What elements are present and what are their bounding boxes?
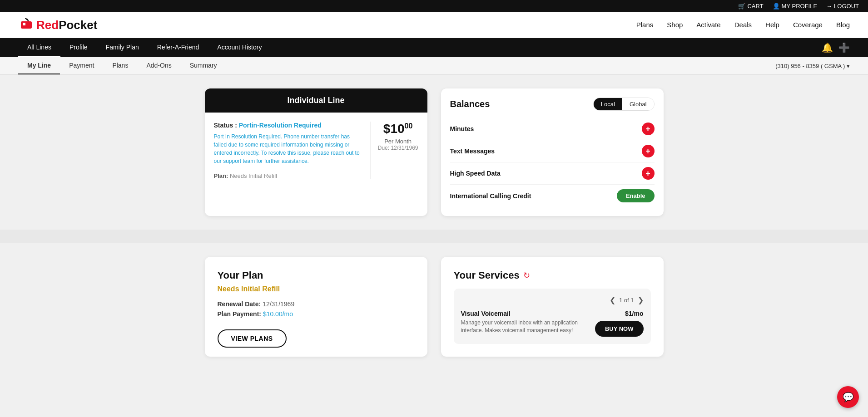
line-card-header: Individual Line (205, 88, 427, 113)
phone-info[interactable]: (310) 956 - 8359 ( GSMA ) ▾ (775, 63, 850, 69)
service-description: Manage your voicemail inbox with an appl… (461, 319, 588, 334)
toggle-global-button[interactable]: Global (622, 98, 654, 110)
plan-name: Needs Initial Refill (218, 285, 415, 293)
renewal-date: Renewal Date: 12/31/1969 (218, 300, 415, 308)
nav-coverage[interactable]: Coverage (793, 21, 823, 29)
minutes-label: Minutes (450, 125, 474, 132)
sub-nav-addons[interactable]: Add-Ons (137, 57, 180, 74)
line-status-section: Status : Portin-Resolution Required Port… (214, 122, 363, 179)
price-display: $1000 (378, 122, 418, 136)
logout-link[interactable]: → LOGOUT (826, 3, 859, 10)
text-messages-add-button[interactable]: + (642, 145, 655, 157)
account-nav-icons: 🔔 ➕ (822, 42, 850, 53)
top-bar: 🛒 CART 👤 MY PROFILE → LOGOUT (0, 0, 868, 12)
nav-shop[interactable]: Shop (667, 21, 683, 29)
profile-label: MY PROFILE (782, 3, 818, 10)
svg-rect-1 (23, 23, 25, 25)
intl-calling-row: International Calling Credit Enable (450, 185, 655, 207)
plan-info: Plan: Needs Initial Refill (214, 172, 363, 179)
your-services-title: Your Services (454, 270, 520, 281)
sub-nav-plans[interactable]: Plans (103, 57, 137, 74)
services-header: Your Services ↻ (454, 270, 651, 281)
profile-icon: 👤 (773, 3, 780, 10)
main-nav: Plans Shop Activate Deals Help Coverage … (636, 21, 850, 29)
balances-card: Balances Local Global Minutes + Text Mes… (441, 88, 664, 216)
account-nav-history[interactable]: Account History (208, 38, 271, 56)
status-description: Port In Resolution Required. Phone numbe… (214, 132, 363, 165)
plan-payment: Plan Payment: $10.00/mo (218, 310, 415, 318)
high-speed-data-label: High Speed Data (450, 170, 501, 177)
notification-icon[interactable]: 🔔 (822, 42, 833, 53)
minutes-add-button[interactable]: + (642, 123, 655, 135)
main-content: Individual Line Status : Portin-Resoluti… (0, 75, 868, 370)
nav-plans[interactable]: Plans (636, 21, 654, 29)
buy-now-button[interactable]: BUY NOW (595, 321, 644, 337)
line-card-body: Status : Portin-Resolution Required Port… (205, 113, 427, 188)
pagination-prev-button[interactable]: ❮ (610, 296, 615, 304)
line-price-section: $1000 Per Month Due: 12/31/1969 (370, 122, 418, 179)
due-date: Due: 12/31/1969 (378, 145, 418, 151)
status-value: Portin-Resolution Required (239, 122, 322, 129)
nav-deals[interactable]: Deals (734, 21, 752, 29)
per-month-label: Per Month (378, 138, 418, 145)
logo-icon (18, 17, 35, 33)
individual-line-card: Individual Line Status : Portin-Resoluti… (205, 88, 427, 216)
enable-intl-calling-button[interactable]: Enable (617, 189, 655, 202)
account-nav: All Lines Profile Family Plan Refer-A-Fr… (0, 38, 868, 57)
minutes-row: Minutes + (450, 118, 655, 140)
service-name: Visual Voicemail (461, 310, 588, 317)
logo-text: RedPocket (36, 18, 97, 32)
top-cards-row: Individual Line Status : Portin-Resoluti… (18, 88, 850, 216)
cart-link[interactable]: 🛒 CART (738, 3, 763, 10)
toggle-local-button[interactable]: Local (594, 98, 622, 110)
pagination-info: 1 of 1 (619, 297, 634, 304)
add-icon[interactable]: ➕ (838, 42, 850, 53)
sub-nav: My Line Payment Plans Add-Ons Summary (3… (0, 57, 868, 75)
svg-rect-0 (21, 21, 32, 29)
your-plan-title: Your Plan (218, 270, 415, 281)
nav-blog[interactable]: Blog (836, 21, 850, 29)
account-nav-family-plan[interactable]: Family Plan (97, 38, 148, 56)
balances-header: Balances Local Global (450, 98, 655, 111)
main-header: RedPocket Plans Shop Activate Deals Help… (0, 12, 868, 38)
service-price: $1/mo (595, 310, 644, 317)
service-item: Visual Voicemail Manage your voicemail i… (461, 310, 644, 337)
your-services-card: Your Services ↻ ❮ 1 of 1 ❯ Visual Voicem… (441, 257, 664, 357)
bottom-cards-row: Your Plan Needs Initial Refill Renewal D… (18, 257, 850, 357)
services-inner: ❮ 1 of 1 ❯ Visual Voicemail Manage your … (454, 289, 651, 344)
nav-help[interactable]: Help (765, 21, 779, 29)
profile-link[interactable]: 👤 MY PROFILE (773, 3, 818, 10)
logout-label: LOGOUT (834, 3, 859, 10)
account-nav-all-lines[interactable]: All Lines (18, 38, 60, 57)
account-nav-profile[interactable]: Profile (60, 38, 97, 56)
intl-calling-label: International Calling Credit (450, 192, 531, 200)
service-price-action: $1/mo BUY NOW (595, 310, 644, 337)
sub-nav-payment[interactable]: Payment (60, 57, 103, 74)
text-messages-row: Text Messages + (450, 140, 655, 162)
your-plan-card: Your Plan Needs Initial Refill Renewal D… (205, 257, 427, 357)
section-divider (0, 230, 868, 243)
pagination-next-button[interactable]: ❯ (638, 296, 644, 304)
refresh-icon[interactable]: ↻ (523, 270, 530, 280)
price-dollars: $1000 (383, 122, 413, 136)
cart-icon: 🛒 (738, 3, 745, 10)
account-nav-refer[interactable]: Refer-A-Friend (148, 38, 208, 56)
logo-link[interactable]: RedPocket (18, 17, 97, 33)
status-label: Status : Portin-Resolution Required (214, 122, 363, 129)
balances-title: Balances (450, 99, 490, 109)
service-item-info: Visual Voicemail Manage your voicemail i… (461, 310, 588, 334)
cart-label: CART (747, 3, 763, 10)
high-speed-data-add-button[interactable]: + (642, 167, 655, 180)
balance-toggle: Local Global (593, 98, 655, 111)
logout-icon: → (826, 3, 832, 10)
nav-activate[interactable]: Activate (696, 21, 720, 29)
view-plans-button[interactable]: VIEW PLANS (218, 329, 287, 348)
high-speed-data-row: High Speed Data + (450, 162, 655, 185)
sub-nav-summary[interactable]: Summary (181, 57, 226, 74)
text-messages-label: Text Messages (450, 147, 495, 155)
sub-nav-my-line[interactable]: My Line (18, 57, 60, 74)
services-pagination: ❮ 1 of 1 ❯ (461, 296, 644, 304)
